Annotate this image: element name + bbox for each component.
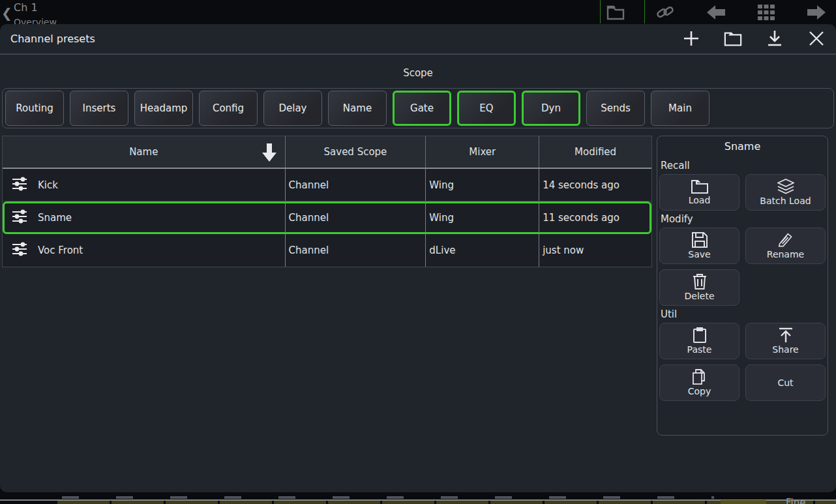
preset-name: Kick bbox=[38, 179, 58, 191]
cut-button[interactable]: Cut bbox=[745, 364, 826, 401]
preset-modified: 14 seconds ago bbox=[539, 169, 651, 201]
preset-icon bbox=[12, 209, 27, 226]
pencil-icon bbox=[777, 232, 794, 248]
section-label-recall: Recall bbox=[659, 157, 826, 174]
add-preset-icon[interactable] bbox=[682, 29, 700, 48]
selected-preset-title: Sname bbox=[659, 140, 826, 157]
folder-icon bbox=[691, 179, 708, 194]
scope-btn-name[interactable]: Name bbox=[328, 91, 387, 126]
section-label-modify: Modify bbox=[659, 211, 826, 228]
scope-btn-gate[interactable]: Gate bbox=[393, 91, 451, 126]
layers-icon bbox=[777, 179, 794, 194]
section-label-util: Util bbox=[659, 306, 826, 323]
scope-label: Scope bbox=[0, 67, 836, 79]
channel-strip-highlight bbox=[721, 500, 766, 504]
column-header-saved-scope[interactable]: Saved Scope bbox=[286, 136, 426, 168]
spacer bbox=[745, 269, 826, 306]
background-topbar: ❮ Ch 1 Overview bbox=[0, 0, 836, 24]
close-icon[interactable] bbox=[807, 29, 826, 48]
column-header-name[interactable]: Name bbox=[3, 136, 286, 168]
library-folder-icon[interactable] bbox=[606, 5, 625, 20]
scope-btn-dyn[interactable]: Dyn bbox=[522, 91, 580, 126]
preset-row-voc-front[interactable]: Voc Front Channel dLive just now bbox=[3, 234, 651, 267]
batch-load-button[interactable]: Batch Load bbox=[745, 174, 826, 211]
preset-row-kick[interactable]: Kick Channel Wing 14 seconds ago bbox=[3, 169, 651, 201]
scope-btn-delay[interactable]: Delay bbox=[263, 91, 322, 126]
preset-saved-scope: Channel bbox=[286, 201, 426, 233]
scope-btn-inserts[interactable]: Inserts bbox=[70, 91, 128, 126]
preset-icon bbox=[12, 177, 27, 194]
paste-button[interactable]: Paste bbox=[659, 323, 739, 359]
clipboard-icon bbox=[693, 327, 707, 343]
scope-btn-sends[interactable]: Sends bbox=[586, 91, 645, 126]
preset-saved-scope: Channel bbox=[286, 234, 426, 267]
sort-descending-icon bbox=[261, 142, 277, 166]
trash-icon bbox=[692, 274, 708, 289]
preset-row-sname[interactable]: Sname Channel Wing 11 seconds ago bbox=[3, 201, 651, 234]
floppy-icon bbox=[692, 232, 708, 248]
rename-button[interactable]: Rename bbox=[745, 228, 826, 264]
preset-saved-scope: Channel bbox=[286, 169, 426, 201]
scope-btn-main[interactable]: Main bbox=[651, 91, 709, 126]
preset-mixer: Wing bbox=[426, 169, 539, 201]
preset-icon bbox=[12, 242, 27, 259]
copy-icon bbox=[692, 369, 708, 385]
preset-mixer: dLive bbox=[426, 234, 539, 267]
preset-modified: just now bbox=[539, 234, 651, 267]
upload-icon bbox=[777, 327, 794, 343]
background-fader-bay: Fine mode bbox=[0, 492, 836, 504]
grid-icon[interactable] bbox=[757, 4, 775, 21]
scope-btn-routing[interactable]: Routing bbox=[5, 91, 64, 126]
back-arrow-icon[interactable] bbox=[706, 4, 726, 21]
dialog-title: Channel presets bbox=[10, 33, 95, 45]
scope-btn-eq[interactable]: EQ bbox=[457, 91, 516, 126]
preset-mixer: Wing bbox=[426, 201, 539, 233]
import-icon[interactable] bbox=[766, 29, 784, 48]
load-button[interactable]: Load bbox=[659, 174, 739, 211]
preset-action-panel: Sname Recall Load Batch Load Mo bbox=[657, 136, 828, 436]
fine-mode-label: Fine mode bbox=[786, 497, 836, 504]
preset-name: Sname bbox=[38, 212, 72, 224]
clipped-db-labels bbox=[62, 496, 714, 499]
share-button[interactable]: Share bbox=[745, 323, 826, 359]
save-button[interactable]: Save bbox=[659, 228, 739, 264]
link-icon[interactable] bbox=[655, 4, 675, 21]
preset-modified: 11 seconds ago bbox=[539, 201, 651, 233]
folder-icon[interactable] bbox=[724, 29, 742, 48]
preset-table: Name Saved Scope Mixer Modified bbox=[2, 136, 652, 267]
scope-btn-headamp[interactable]: Headamp bbox=[134, 91, 193, 126]
dialog-header: Channel presets bbox=[0, 24, 836, 55]
topbar-separator bbox=[600, 0, 601, 23]
channel-strip-fragments bbox=[57, 501, 836, 504]
screen: ❮ Ch 1 Overview bbox=[0, 0, 836, 504]
channel-presets-dialog: Channel presets Scope Routing Inserts bbox=[0, 24, 836, 492]
back-chevron-icon[interactable]: ❮ bbox=[1, 8, 9, 18]
channel-label: Ch 1 bbox=[14, 1, 38, 14]
column-header-modified[interactable]: Modified bbox=[539, 136, 651, 168]
table-header: Name Saved Scope Mixer Modified bbox=[3, 136, 651, 169]
forward-arrow-icon[interactable] bbox=[806, 4, 827, 21]
copy-button[interactable]: Copy bbox=[659, 364, 739, 401]
column-header-mixer[interactable]: Mixer bbox=[426, 136, 539, 168]
preset-name: Voc Front bbox=[38, 245, 83, 256]
scope-btn-config[interactable]: Config bbox=[199, 91, 258, 126]
delete-button[interactable]: Delete bbox=[659, 269, 739, 306]
scope-button-bar: Routing Inserts Headamp Config Delay Nam… bbox=[2, 88, 834, 128]
